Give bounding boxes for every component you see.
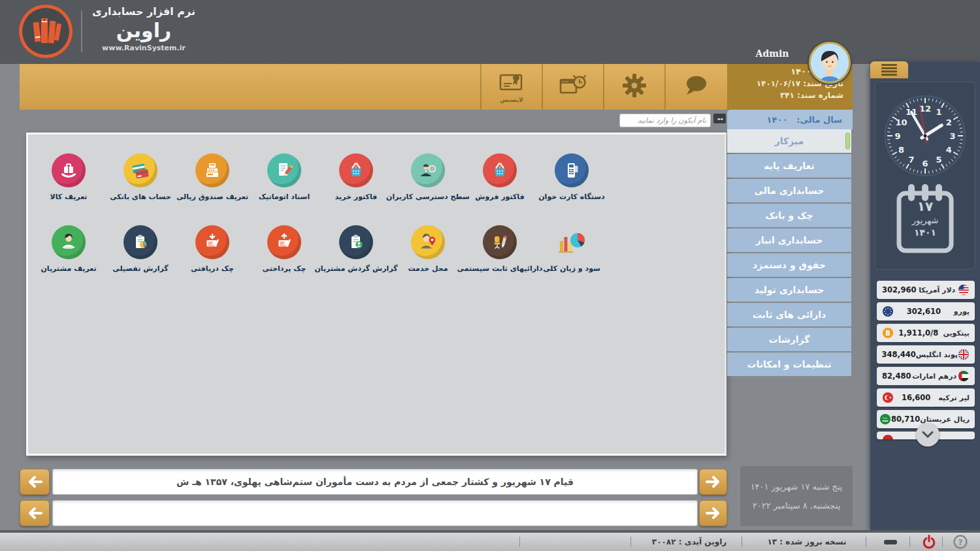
desktop-shortcut[interactable]: اسناد اتوماتیک <box>248 153 320 201</box>
svg-text:?: ? <box>958 538 963 547</box>
desktop-shortcut[interactable]: تعریف کالا <box>33 153 105 201</box>
collapse-panel-button[interactable]: ◄◄ <box>713 114 726 123</box>
goods-icon <box>52 153 86 187</box>
reminder-icon <box>559 74 587 100</box>
toolbar-chat-button[interactable] <box>664 64 726 110</box>
menu-item-8[interactable]: گزارشات <box>727 328 851 351</box>
ticker2-prev-button[interactable] <box>20 500 50 526</box>
fixed-assets-icon <box>483 225 517 259</box>
eu-flag-icon <box>882 306 894 317</box>
currency-rate-row[interactable]: پوند انگلیس348,440 <box>877 345 975 364</box>
icon-search-input[interactable] <box>619 114 711 127</box>
pos-device-icon <box>555 153 589 187</box>
currency-name: دلار آمریکا <box>919 286 955 294</box>
desktop-shortcut[interactable]: حساب های بانکی <box>105 153 176 201</box>
toolbar-license-button[interactable]: لایسنس <box>480 64 542 110</box>
detailed-report-icon <box>123 225 157 259</box>
svg-text:2: 2 <box>946 118 952 127</box>
gregorian-date: پنجشنبه, ۸ سپتامبر ۲۰۲۲ <box>753 501 841 511</box>
widget-panel-menu-button[interactable] <box>870 61 908 78</box>
username-label: Admin <box>746 48 798 59</box>
left-arrow-icon <box>27 475 42 488</box>
svg-text:10: 10 <box>896 118 907 127</box>
menu-item-7[interactable]: دارائی های ثابت <box>727 303 851 326</box>
desktop-shortcut[interactable]: دستگاه کارت خوان <box>536 153 608 201</box>
desktop-shortcut[interactable]: سطح دسترسی کاربران <box>392 153 464 201</box>
menu-item-5[interactable]: حقوق و دستمزد <box>727 253 851 277</box>
hamburger-icon <box>881 63 897 78</box>
currency-name: درهم امارات <box>912 372 956 381</box>
menu-item-label: چک و بانک <box>766 210 813 221</box>
desktop-shortcut[interactable]: گزارش گردش مشتریان <box>320 225 392 273</box>
desktop-shortcut[interactable]: فاکتور فروش <box>464 153 536 201</box>
customer-turnover-icon <box>339 225 373 259</box>
help-icon: ? <box>953 535 968 549</box>
desktop-shortcut[interactable]: تعریف صندوق ریالی <box>176 153 248 201</box>
menu-item-label: تنظیمات و امکانات <box>747 359 832 370</box>
menu-item-0[interactable]: میزکار <box>727 129 851 153</box>
svg-text:5: 5 <box>936 155 941 165</box>
desktop-shortcut-label: چک پرداختی <box>263 264 306 273</box>
minimize-control[interactable] <box>879 533 902 551</box>
widget-panel: 123456789101112 ۱۷ شهریور ۱۴۰۱ دلار آمری… <box>870 62 980 530</box>
ticker1-prev-button[interactable] <box>20 469 50 495</box>
currency-rate-row[interactable]: دلار آمریکا302,960 <box>877 281 975 299</box>
ticker2-next-button[interactable] <box>699 500 727 526</box>
desktop-shortcut[interactable]: گزارش تفصیلی <box>105 225 176 273</box>
ravin-logo-icon <box>18 4 73 59</box>
auto-docs-icon <box>267 153 301 187</box>
desktop-shortcut-label: سود و زیان کلی <box>543 264 600 273</box>
minimize-icon <box>884 540 897 544</box>
currency-rate-row[interactable]: درهم امارات82,480 <box>877 367 975 385</box>
desktop-icon-row: تعریف کالاحساب های بانکیتعریف صندوق ریال… <box>33 153 608 201</box>
main-menu: میزکارتعاریف پایهحسابداری مالیچک و بانکح… <box>727 129 851 377</box>
desktop-shortcut-label: سطح دسترسی کاربران <box>386 193 470 201</box>
currency-value: 82,480 <box>882 371 911 381</box>
currency-rate-row[interactable]: بیتکوین1,911,0/8B <box>877 324 975 342</box>
desktop-shortcut[interactable]: دارائیهای ثابت سیستمی <box>464 225 536 273</box>
help-button[interactable]: ? <box>947 533 973 551</box>
calendar-widget: ۱۷ شهریور ۱۴۰۱ <box>895 183 955 256</box>
usa-flag-icon <box>958 284 970 296</box>
currency-rate-row[interactable]: لیر ترکیه16,600 <box>877 388 975 407</box>
menu-item-1[interactable]: تعاریف پایه <box>727 154 851 178</box>
active-menu-indicator <box>845 133 850 150</box>
desktop-shortcut[interactable]: فاکتور خرید <box>320 153 392 201</box>
desktop-shortcut[interactable]: محل خدمت <box>392 225 464 273</box>
svg-text:9: 9 <box>894 131 900 141</box>
desktop-shortcut[interactable]: سود و زیان کلی <box>536 225 608 273</box>
settings-gear-icon <box>621 72 647 101</box>
toolbar-settings-gear-button[interactable] <box>603 64 664 110</box>
app-website: www.RavinSystem.ir <box>85 44 203 52</box>
ravin-accounting-app: نرم افزار حسابداری راوین www.RavinSystem… <box>0 0 980 551</box>
desktop-shortcut[interactable]: تعریف مشتریان <box>33 225 105 273</box>
menu-item-9[interactable]: تنظیمات و امکانات <box>727 353 851 376</box>
desktop-shortcut[interactable]: BANKچک پرداختی <box>248 225 320 273</box>
today-date-box: پنج شنبه ۱۷ شهریور ۱۴۰۱ پنجشنبه, ۸ سپتام… <box>740 466 853 526</box>
menu-item-6[interactable]: حسابداری تولید <box>727 278 851 302</box>
desktop-icon-row: تعریف مشتریانگزارش تفصیلیBANKچک دریافتیB… <box>33 225 608 273</box>
menu-item-2[interactable]: حسابداری مالی <box>727 179 851 202</box>
desktop-shortcut[interactable]: BANKچک دریافتی <box>176 225 248 273</box>
document-number-value: ۳۴۱ <box>780 91 794 100</box>
desktop-workspace: تعریف کالاحساب های بانکیتعریف صندوق ریال… <box>26 133 727 456</box>
license-icon <box>498 71 525 96</box>
calendar-month: شهریور <box>895 215 955 225</box>
toolbar-reminder-button[interactable] <box>542 64 603 110</box>
desktop-shortcut-label: تعریف مشتریان <box>41 264 96 273</box>
menu-item-label: تعاریف پایه <box>764 161 815 171</box>
currency-rate-row[interactable]: یورو302,610 <box>877 302 975 321</box>
desktop-shortcut-label: چک دریافتی <box>191 264 234 273</box>
menu-item-4[interactable]: حسابداری انبار <box>727 228 851 252</box>
desktop-shortcut-label: اسناد اتوماتیک <box>259 193 310 201</box>
user-avatar[interactable] <box>809 42 851 84</box>
svg-text:B: B <box>885 330 890 337</box>
menu-item-3[interactable]: چک و بانک <box>727 204 851 227</box>
received-check-icon: BANK <box>195 225 229 259</box>
scroll-down-button[interactable] <box>916 423 939 447</box>
power-button[interactable] <box>916 533 942 551</box>
logo-divider <box>81 10 82 52</box>
uae-flag-icon <box>958 370 970 382</box>
currency-value: 16,600 <box>902 393 930 402</box>
ticker1-next-button[interactable] <box>699 469 727 495</box>
